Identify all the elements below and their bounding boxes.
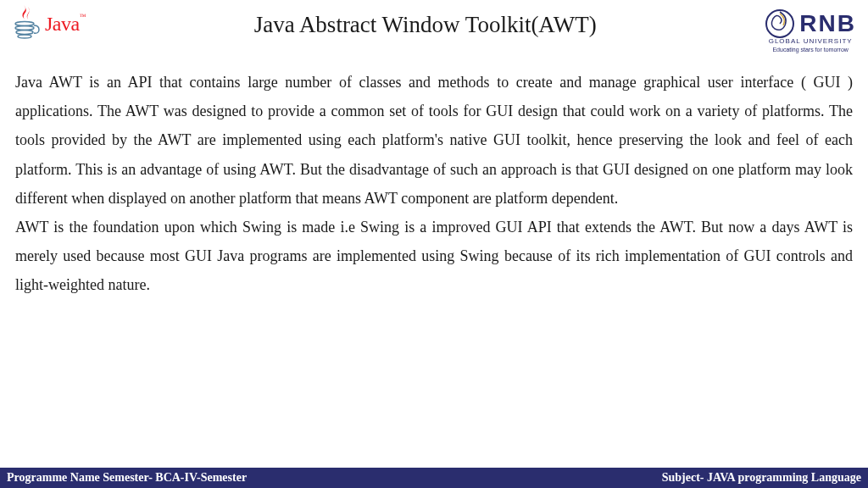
rnb-name: RNB	[799, 10, 856, 37]
svg-point-3	[18, 35, 31, 38]
java-logo: Java™	[12, 5, 86, 42]
java-cup-icon	[12, 5, 42, 42]
rnb-swirl-icon	[765, 8, 795, 39]
page-title: Java Abstract Window Toolkit(AWT)	[86, 5, 765, 38]
rnb-subtitle: GLOBAL UNIVERSITY	[769, 37, 853, 45]
header: Java™ Java Abstract Window Toolkit(AWT) …	[0, 0, 868, 59]
footer-subject: Subject- JAVA programming Language	[662, 471, 861, 485]
footer: Programme Name Semester- BCA-IV-Semester…	[0, 468, 868, 488]
java-logo-text: Java™	[45, 13, 86, 36]
svg-point-2	[16, 30, 33, 35]
content-area: Java AWT is an API that contains large n…	[0, 59, 868, 300]
paragraph-1: Java AWT is an API that contains large n…	[15, 68, 853, 213]
rnb-tagline: Educating stars for tomorrow	[772, 47, 848, 53]
footer-programme: Programme Name Semester- BCA-IV-Semester	[7, 471, 247, 485]
paragraph-2: AWT is the foundation upon which Swing i…	[15, 213, 853, 300]
rnb-logo: RNB GLOBAL UNIVERSITY Educating stars fo…	[765, 5, 856, 53]
